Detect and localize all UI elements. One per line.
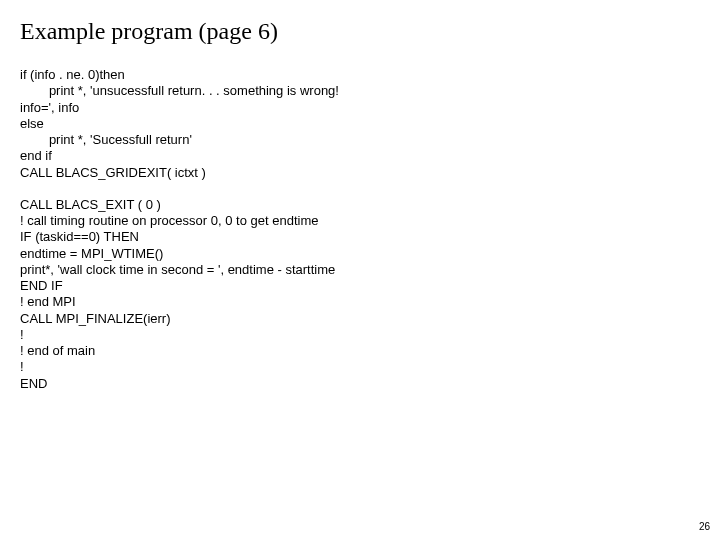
page-title: Example program (page 6) [20,18,700,45]
code-block-2: CALL BLACS_EXIT ( 0 ) ! call timing rout… [20,197,700,392]
code-block-1: if (info . ne. 0)then print *, 'unsucess… [20,67,700,181]
page-number: 26 [699,521,710,532]
slide: Example program (page 6) if (info . ne. … [0,0,720,540]
